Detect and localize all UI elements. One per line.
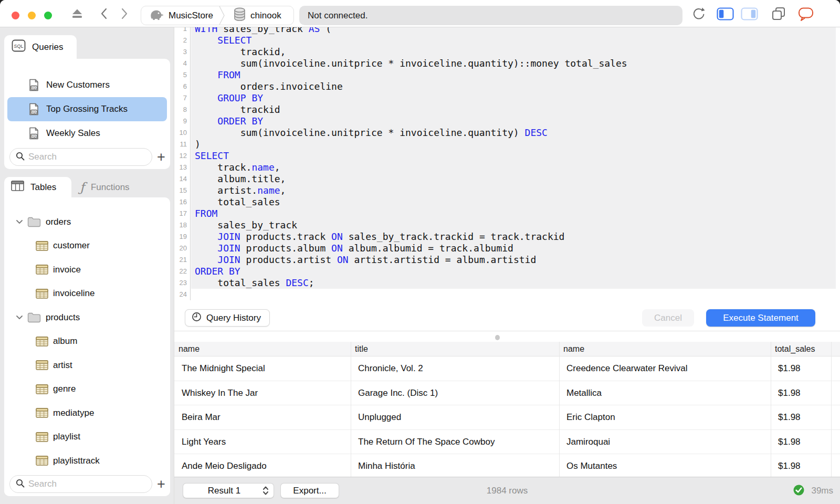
code-line[interactable]: sum(invoiceline.unitprice * invoiceline.…	[195, 58, 840, 69]
close-window-button[interactable]	[12, 12, 19, 19]
refresh-button[interactable]	[690, 0, 706, 27]
execute-statement-button[interactable]: Execute Statement	[706, 309, 815, 327]
tab-tables[interactable]: Tables	[4, 177, 71, 197]
table-cell[interactable]: Jamiroquai	[559, 430, 771, 455]
code-line[interactable]: trackid,	[195, 46, 840, 58]
code-line[interactable]	[195, 289, 840, 300]
column-header[interactable]: name	[559, 342, 584, 356]
code-line[interactable]: trackid	[195, 104, 840, 116]
minimize-window-button[interactable]	[28, 12, 36, 19]
table-cell[interactable]: Metallica	[559, 381, 771, 406]
table-row[interactable]: The Midnight SpecialChronicle, Vol. 2Cre…	[174, 356, 840, 381]
code-line[interactable]: track.name,	[195, 162, 840, 173]
table-cell[interactable]: Beira Mar	[174, 405, 351, 430]
table-cell[interactable]: Whiskey In The Jar	[174, 381, 351, 406]
code-line[interactable]: album.title,	[195, 173, 840, 185]
feedback-chat-icon[interactable]	[796, 0, 816, 27]
tree-table-row[interactable]: customer	[4, 234, 170, 258]
code-line[interactable]: sales_by_track	[195, 219, 840, 231]
eject-icon[interactable]	[70, 0, 85, 27]
table-cell[interactable]: Eric Clapton	[559, 405, 771, 430]
code-line[interactable]: FROM	[195, 69, 840, 81]
tree-folder-row[interactable]: orders	[4, 210, 170, 234]
code-line[interactable]: JOIN products.artist ON artist.artistid …	[195, 254, 840, 266]
table-row[interactable]: Beira MarUnpluggedEric Clapton$1.98	[174, 405, 840, 430]
table-cell[interactable]: Unplugged	[351, 405, 559, 430]
code-line[interactable]: WITH sales_by_track AS (	[195, 27, 840, 35]
breadcrumb-server[interactable]: MusicStore	[141, 6, 218, 25]
table-cell[interactable]: Ande Meio Desligado	[174, 454, 351, 477]
code-line[interactable]: sum(invoiceline.unitprice * invoiceline.…	[195, 127, 840, 139]
code-line[interactable]: ORDER BY	[195, 116, 840, 127]
tree-table-row[interactable]: invoiceline	[4, 282, 170, 306]
chevron-down-icon[interactable]	[16, 219, 24, 224]
tab-queries[interactable]: SQL Queries	[4, 35, 77, 59]
code-line[interactable]: SELECT	[195, 150, 840, 162]
query-list-item[interactable]: SQLWeekly Sales	[7, 121, 167, 145]
table-row[interactable]: Whiskey In The JarGarage Inc. (Disc 1)Me…	[174, 381, 840, 406]
table-cell[interactable]: Minha História	[351, 454, 559, 477]
table-cell[interactable]: $1.98	[771, 381, 831, 406]
breadcrumb-database[interactable]: chinook	[226, 6, 287, 25]
table-cell[interactable]: Chronicle, Vol. 2	[351, 356, 559, 381]
chevron-down-icon[interactable]	[16, 315, 24, 320]
tree-table-row[interactable]: album	[4, 330, 170, 354]
tree-table-row[interactable]: invoice	[4, 258, 170, 282]
column-header[interactable]: title	[351, 342, 368, 356]
code-line[interactable]: JOIN products.album ON album.albumid = t…	[195, 243, 840, 254]
table-cell[interactable]: Garage Inc. (Disc 1)	[351, 381, 559, 406]
table-cell[interactable]: $1.98	[771, 454, 831, 477]
code-line[interactable]: artist.name,	[195, 185, 840, 196]
queries-search-input[interactable]	[28, 152, 139, 162]
table-cell[interactable]: Light Years	[174, 430, 351, 455]
code-line[interactable]: ORDER BY	[195, 266, 840, 277]
query-list-item[interactable]: SQLTop Grossing Tracks	[7, 97, 167, 121]
table-cell[interactable]: $1.98	[771, 405, 831, 430]
query-history-button[interactable]: Query History	[185, 309, 270, 327]
code-line[interactable]: )	[195, 139, 840, 150]
table-cell[interactable]: $1.98	[771, 356, 831, 381]
column-divider[interactable]	[831, 342, 832, 477]
add-table-button[interactable]: +	[153, 475, 169, 493]
column-divider[interactable]	[351, 342, 351, 477]
add-query-button[interactable]: +	[153, 148, 169, 166]
column-divider[interactable]	[559, 342, 560, 477]
tree-table-row[interactable]: mediatype	[4, 401, 170, 425]
code-line[interactable]: orders.invoiceline	[195, 81, 840, 92]
tab-functions[interactable]: ƒ Functions	[71, 177, 154, 197]
tree-table-row[interactable]: genre	[4, 377, 170, 402]
toggle-left-sidebar-icon[interactable]	[715, 0, 735, 27]
code-line[interactable]: GROUP BY	[195, 92, 840, 104]
zoom-window-button[interactable]	[44, 12, 52, 19]
column-header[interactable]: total_sales	[771, 342, 815, 356]
table-cell[interactable]: The Midnight Special	[174, 356, 351, 381]
table-cell[interactable]: Creedence Clearwater Revival	[559, 356, 771, 381]
export-button[interactable]: Export...	[280, 483, 339, 498]
tables-search-field[interactable]	[9, 475, 152, 493]
result-selector[interactable]: Result 1	[183, 483, 274, 498]
code-line[interactable]: total_sales DESC;	[195, 277, 840, 289]
sql-editor[interactable]: 123456789101112131415161718192021222324 …	[174, 27, 840, 300]
forward-button[interactable]	[117, 0, 132, 27]
queries-search-field[interactable]	[9, 148, 152, 166]
code-line[interactable]: JOIN products.track ON sales_by_track.tr…	[195, 231, 840, 243]
tree-table-row[interactable]: playlist	[4, 425, 170, 449]
tree-folder-row[interactable]: products	[4, 306, 170, 330]
table-cell[interactable]: Os Mutantes	[559, 454, 771, 477]
code-line[interactable]: total_sales	[195, 196, 840, 208]
windows-overlap-icon[interactable]	[769, 0, 789, 27]
tree-table-row[interactable]: artist	[4, 353, 170, 377]
column-divider[interactable]	[771, 342, 771, 477]
tables-search-input[interactable]	[28, 479, 139, 489]
query-list-item[interactable]: SQLNew Customers	[7, 73, 167, 97]
toggle-right-sidebar-icon[interactable]	[739, 0, 759, 27]
splitter-drag-handle[interactable]	[495, 335, 500, 340]
table-row[interactable]: Light YearsThe Return Of The Space Cowbo…	[174, 430, 840, 455]
code-line[interactable]: SELECT	[195, 35, 840, 46]
code-area[interactable]: WITH sales_by_track AS ( SELECT trackid,…	[191, 27, 840, 300]
back-button[interactable]	[97, 0, 111, 27]
table-row[interactable]: Ande Meio DesligadoMinha HistóriaOs Muta…	[174, 454, 840, 477]
table-cell[interactable]: $1.98	[771, 430, 831, 455]
tree-table-row[interactable]: playlisttrack	[4, 449, 170, 473]
table-cell[interactable]: The Return Of The Space Cowboy	[351, 430, 559, 455]
